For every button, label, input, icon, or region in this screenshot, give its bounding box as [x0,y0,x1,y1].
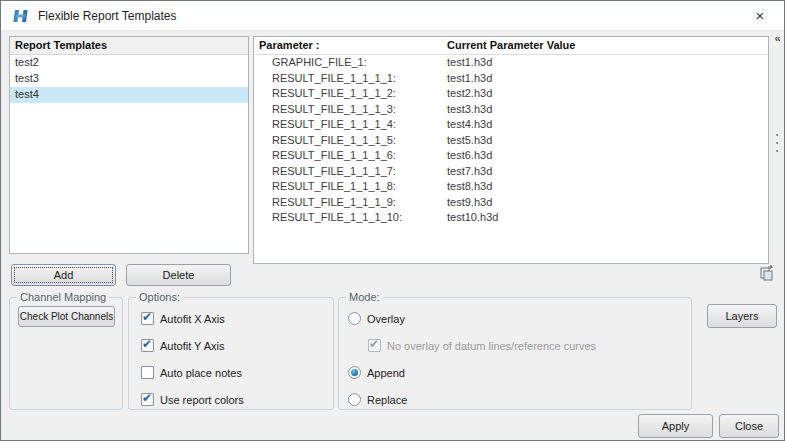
radio-label: Append [367,367,405,379]
splitter-grip-icon[interactable] [776,142,778,144]
radio-icon[interactable] [348,393,361,406]
title-bar[interactable]: Flexible Report Templates × [1,1,784,31]
check-plot-channels-button[interactable]: Check Plot Channels [18,306,115,327]
parameter-row[interactable]: RESULT_FILE_1_1_1_8:test8.h3d [254,179,768,195]
parameter-value[interactable]: test8.h3d [447,180,492,192]
parameter-value[interactable]: test5.h3d [447,134,492,146]
parameter-row[interactable]: RESULT_FILE_1_1_1_4:test4.h3d [254,117,768,133]
check-icon: ✔ [142,337,152,351]
collapse-pane-icon[interactable]: « [770,32,785,46]
report-templates-header: Report Templates [10,37,248,55]
parameter-row[interactable]: RESULT_FILE_1_1_1_10:test10.h3d [254,210,768,226]
dialog-title: Flexible Report Templates [38,9,177,23]
radio-icon-selected[interactable] [348,366,361,379]
checkbox-icon[interactable]: ✔ [141,312,154,325]
report-templates-panel: Report Templates test2 test3 test4 [9,36,249,254]
layers-button[interactable]: Layers [707,304,777,328]
parameter-value[interactable]: test3.h3d [447,103,492,115]
checkbox-icon[interactable]: ✔ [141,339,154,352]
checkbox-icon[interactable]: ✔ [141,393,154,406]
parameter-row[interactable]: RESULT_FILE_1_1_1_1:test1.h3d [254,71,768,87]
checkbox-label: Use report colors [160,394,244,406]
copy-parameters-icon[interactable] [758,263,776,281]
close-icon[interactable]: × [748,5,772,27]
parameter-value[interactable]: test10.h3d [447,211,498,223]
parameter-name: RESULT_FILE_1_1_1_1: [272,72,396,84]
flexible-report-templates-dialog: Flexible Report Templates × Report Templ… [0,0,785,441]
parameter-row[interactable]: GRAPHIC_FILE_1:test1.h3d [254,55,768,71]
parameter-value[interactable]: test6.h3d [447,149,492,161]
checkbox-label: Autofit Y Axis [160,340,224,352]
parameter-name: RESULT_FILE_1_1_1_2: [272,87,396,99]
add-button[interactable]: Add [11,264,116,286]
parameter-row[interactable]: RESULT_FILE_1_1_1_5:test5.h3d [254,133,768,149]
checkbox-label: Autofit X Axis [160,313,225,325]
radio-icon[interactable] [348,312,361,325]
parameter-row[interactable]: RESULT_FILE_1_1_1_9:test9.h3d [254,195,768,211]
parameter-row[interactable]: RESULT_FILE_1_1_1_2:test2.h3d [254,86,768,102]
parameter-name: RESULT_FILE_1_1_1_10: [272,211,402,223]
checkbox-icon: ✔ [368,339,381,352]
close-button[interactable]: Close [719,414,779,438]
splitter-grip-icon[interactable] [776,150,778,152]
splitter-grip-icon[interactable] [776,134,778,136]
apply-button[interactable]: Apply [638,414,713,438]
parameter-table-header: Parameter : Current Parameter Value [254,37,768,55]
parameter-name: RESULT_FILE_1_1_1_7: [272,165,396,177]
parameter-row[interactable]: RESULT_FILE_1_1_1_6:test6.h3d [254,148,768,164]
checkbox-label: No overlay of datum lines/reference curv… [387,340,596,352]
parameter-row[interactable]: RESULT_FILE_1_1_1_7:test7.h3d [254,164,768,180]
checkbox-icon[interactable] [141,366,154,379]
parameter-row[interactable]: RESULT_FILE_1_1_1_3:test3.h3d [254,102,768,118]
mode-label: Mode: [346,291,383,303]
check-icon: ✔ [369,337,379,351]
parameter-value[interactable]: test9.h3d [447,196,492,208]
checkbox-label: Auto place notes [160,367,242,379]
check-icon: ✔ [142,391,152,405]
parameter-name: RESULT_FILE_1_1_1_3: [272,103,396,115]
parameter-name: RESULT_FILE_1_1_1_8: [272,180,396,192]
parameter-table-panel[interactable]: Parameter : Current Parameter Value GRAP… [253,36,769,264]
parameter-name: RESULT_FILE_1_1_1_6: [272,149,396,161]
parameter-value[interactable]: test7.h3d [447,165,492,177]
parameter-value[interactable]: test4.h3d [447,118,492,130]
parameter-value[interactable]: test2.h3d [447,87,492,99]
parameter-name: RESULT_FILE_1_1_1_5: [272,134,396,146]
template-list-item[interactable]: test3 [10,71,248,87]
options-label: Options: [136,291,183,303]
parameter-value[interactable]: test1.h3d [447,56,492,68]
parameter-name: RESULT_FILE_1_1_1_9: [272,196,396,208]
channel-mapping-label: Channel Mapping [17,291,109,303]
radio-label: Overlay [367,313,405,325]
template-list-item[interactable]: test2 [10,55,248,71]
parameter-name: RESULT_FILE_1_1_1_4: [272,118,396,130]
parameter-name: GRAPHIC_FILE_1: [272,56,367,68]
template-list-item-selected[interactable]: test4 [10,87,248,103]
column-current-value: Current Parameter Value [447,39,575,51]
radio-label: Replace [367,394,407,406]
parameter-value[interactable]: test1.h3d [447,72,492,84]
check-icon: ✔ [142,310,152,324]
hyperworks-logo-icon [13,8,29,24]
column-parameter: Parameter : [259,39,320,51]
delete-button[interactable]: Delete [126,264,231,286]
